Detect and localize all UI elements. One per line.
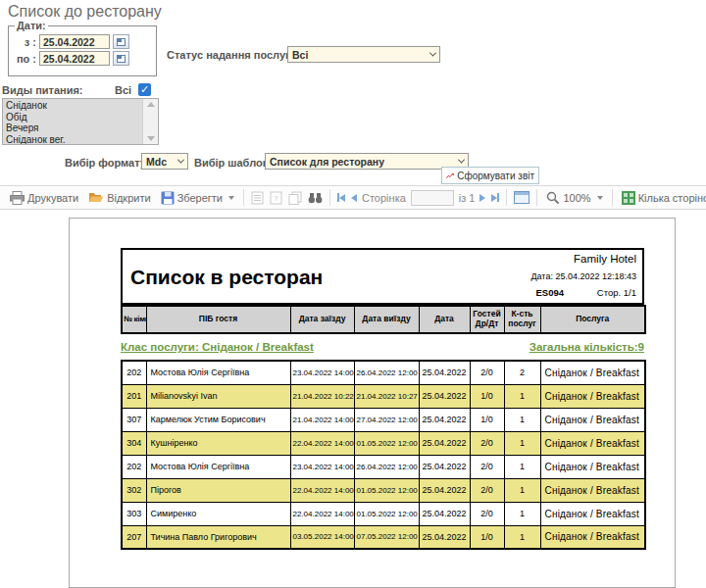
cell-qty: 1 xyxy=(504,431,540,455)
cell-qty: 1 xyxy=(504,408,540,431)
cell-guest-name: Кушніренко xyxy=(146,431,290,455)
calendar-icon xyxy=(117,55,126,63)
report-preview-page: Список в ресторан Family Hotel Дата: 25.… xyxy=(69,218,676,588)
cell-checkout: 26.04.2022 12:00 xyxy=(354,361,419,384)
cell-qty: 1 xyxy=(504,455,540,478)
cell-checkin: 21.04.2022 10:22 xyxy=(290,384,354,408)
cell-guests: 1/0 xyxy=(470,384,504,408)
cell-service: Сніданок / Breakfast xyxy=(540,408,645,431)
dates-fieldset: Дати: з : по : xyxy=(8,20,157,76)
cell-checkin: 22.04.2022 14:00 xyxy=(290,478,354,502)
cell-checkout: 07.05.2022 12:00 xyxy=(354,525,419,549)
chevron-down-icon xyxy=(429,50,436,57)
cell-room: 202 xyxy=(122,361,146,384)
save-button[interactable]: Зберегти xyxy=(158,189,237,207)
calendar-icon xyxy=(117,38,126,46)
cell-qty: 2 xyxy=(504,361,540,384)
cell-room: 304 xyxy=(122,431,146,455)
page-question-icon: ? xyxy=(270,191,282,205)
service-class-label: Клас послуги: Сніданок / Breakfast xyxy=(121,341,314,353)
cell-checkin: 22.04.2022 14:00 xyxy=(290,431,354,455)
cell-guests: 1/0 xyxy=(470,525,504,549)
toolbar-separator xyxy=(612,189,613,206)
date-from-calendar-button[interactable] xyxy=(113,34,129,49)
format-select[interactable]: Mdc xyxy=(141,153,188,170)
status-value: Всі xyxy=(292,49,308,61)
meal-types-label: Виды питания: xyxy=(2,84,83,96)
multi-page-button[interactable]: Кілька сторінок xyxy=(619,189,706,207)
meal-all-checkbox[interactable]: ✓ xyxy=(138,83,151,96)
col-room: № кімн xyxy=(122,306,146,333)
toolbar-separator xyxy=(329,189,330,206)
template-label: Вибір шаблону xyxy=(194,157,275,169)
hotel-name: Family Hotel xyxy=(574,253,636,265)
cell-date: 25.04.2022 xyxy=(419,361,470,384)
toolbar-separator xyxy=(536,189,537,206)
cell-guests: 2/0 xyxy=(470,431,504,455)
cell-room: 202 xyxy=(122,455,146,478)
cell-guest-name: Milianovskyi Ivan xyxy=(146,384,290,408)
first-page-button[interactable] xyxy=(335,191,347,204)
next-page-button[interactable] xyxy=(478,192,487,204)
page-setup-button-disabled xyxy=(249,189,266,207)
template-value: Список для ресторану xyxy=(270,156,384,168)
report-table: 202 Мостова Юлія Сергіївна 23.04.2022 14… xyxy=(121,360,646,550)
date-to-label: по : xyxy=(15,53,36,65)
col-service: Послуга xyxy=(540,306,645,333)
open-label: Відкрити xyxy=(107,192,150,204)
cell-checkout: 27.04.2022 12:00 xyxy=(354,408,419,431)
cell-guest-name: Мостова Юлія Сергіївна xyxy=(146,361,290,384)
generate-report-button[interactable]: Сформувати звіт xyxy=(441,167,539,184)
cell-service: Сніданок / Breakfast xyxy=(540,361,645,384)
status-select[interactable]: Всі xyxy=(287,46,440,63)
page-number-input xyxy=(411,190,454,206)
report-code: ES094 xyxy=(535,287,564,298)
table-row: 202 Мостова Юлія Сергіївна 23.04.2022 14… xyxy=(122,361,645,384)
full-screen-button[interactable] xyxy=(512,189,531,206)
cell-service: Сніданок / Breakfast xyxy=(540,525,645,549)
meal-option: Вечеря xyxy=(3,122,142,134)
app-window: { "page": { "title": "Список до ресторан… xyxy=(0,0,706,588)
help-button-disabled: ? xyxy=(268,189,284,207)
total-count-label: Загальна кількість:9 xyxy=(530,341,644,353)
date-to-calendar-button[interactable] xyxy=(113,51,129,66)
cell-checkin: 23.04.2022 14:00 xyxy=(290,455,354,478)
cell-guest-name: Симиренко xyxy=(146,502,290,525)
print-button[interactable]: Друкувати xyxy=(7,189,81,207)
meal-options-list: СніданокОбідВечеряСніданок вег. xyxy=(3,99,142,144)
chevron-down-icon xyxy=(177,157,184,164)
template-select[interactable]: Список для ресторану xyxy=(265,153,469,170)
print-label: Друкувати xyxy=(27,192,78,204)
group-header-row: Клас послуги: Сніданок / Breakfast Загал… xyxy=(121,334,644,360)
col-checkin: Дата заїзду xyxy=(290,306,354,333)
cell-qty: 1 xyxy=(504,478,540,502)
next-page-icon xyxy=(479,194,485,202)
report-toolbar: Друкувати Відкрити Зберегти ? xyxy=(0,185,706,210)
meal-option: Сніданок xyxy=(3,100,142,112)
cell-date: 25.04.2022 xyxy=(419,525,470,549)
cell-date: 25.04.2022 xyxy=(419,478,470,502)
zoom-control[interactable]: 100% xyxy=(543,189,605,207)
date-to-input[interactable] xyxy=(39,51,110,66)
search-button[interactable] xyxy=(306,190,325,206)
page-lines-icon xyxy=(251,191,264,205)
col-guest-name: ПІБ гостя xyxy=(146,306,290,333)
cell-service: Сніданок / Breakfast xyxy=(540,455,645,478)
meal-option: Обід xyxy=(3,112,142,123)
meal-types-listbox: СніданокОбідВечеряСніданок вег. xyxy=(2,98,159,145)
cell-qty: 1 xyxy=(504,384,540,408)
report-table-body: 202 Мостова Юлія Сергіївна 23.04.2022 14… xyxy=(122,361,645,549)
prev-page-button[interactable] xyxy=(349,192,359,204)
first-page-icon xyxy=(339,194,345,202)
last-page-button[interactable] xyxy=(489,191,501,204)
scroll-down-icon xyxy=(147,136,155,141)
open-button[interactable]: Відкрити xyxy=(85,189,153,206)
cell-date: 25.04.2022 xyxy=(419,502,470,525)
date-from-input[interactable] xyxy=(39,34,110,49)
report-header-box: Список в ресторан Family Hotel Дата: 25.… xyxy=(121,248,644,305)
multi-page-grid-icon xyxy=(622,191,635,205)
cell-qty: 1 xyxy=(504,525,540,549)
cell-date: 25.04.2022 xyxy=(419,384,470,408)
scroll-up-icon xyxy=(147,102,155,107)
table-row: 302 Пірогов 22.04.2022 14:00 01.05.2022 … xyxy=(122,478,645,502)
